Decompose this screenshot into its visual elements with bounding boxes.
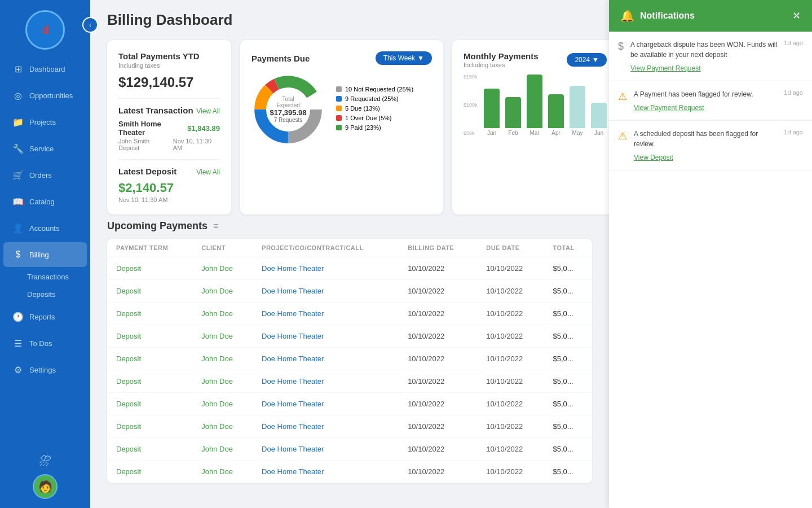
table-row: Deposit John Doe Doe Home Theater 10/10/… [107, 303, 592, 325]
notification-link[interactable]: View Payment Request [634, 104, 704, 112]
payment-term-cell[interactable]: Deposit [116, 264, 141, 273]
donut-chart-container: Total Expected $17,395.98 7 Requests 10 … [251, 73, 432, 146]
payment-term-cell[interactable]: Deposit [116, 467, 141, 476]
filter-icon[interactable]: ≡ [213, 221, 218, 231]
client-cell[interactable]: John Doe [201, 264, 233, 273]
sidebar-item-label: To Dos [29, 339, 52, 348]
payment-term-cell[interactable]: Deposit [116, 400, 141, 408]
col-total: TOTAL [544, 239, 592, 257]
table-row: Deposit John Doe Doe Home Theater 10/10/… [107, 280, 592, 303]
sidebar-item-label: Accounts [29, 224, 59, 233]
due-date-cell: 10/10/2022 [477, 415, 544, 438]
avatar[interactable]: 🧑 [33, 474, 58, 499]
sidebar-bottom: ⛈ 🧑 [24, 445, 67, 508]
client-cell[interactable]: John Doe [201, 354, 233, 363]
table-row: Deposit John Doe Doe Home Theater 10/10/… [107, 415, 592, 438]
project-cell[interactable]: Doe Home Theater [262, 354, 324, 363]
y-label-150k: $150k [464, 74, 478, 80]
notifications-close-button[interactable]: ✕ [792, 10, 801, 22]
sidebar-item-settings[interactable]: ⚙ Settings [3, 357, 87, 383]
total-payments-title: Total Payments YTD [118, 51, 220, 61]
project-cell[interactable]: Doe Home Theater [262, 422, 324, 431]
sidebar-item-label: Billing [29, 251, 49, 259]
sidebar-item-reports[interactable]: 🕐 Reports [3, 304, 87, 330]
notifications-title: Notifications [640, 11, 695, 21]
payment-term-cell[interactable]: Deposit [116, 309, 141, 318]
main-header: Billing Dashboard [90, 0, 609, 34]
sidebar-item-catalog[interactable]: 📖 Catalog [3, 189, 87, 214]
sidebar-item-billing[interactable]: $ Billing [3, 242, 87, 267]
dollar-icon: $ [618, 41, 624, 73]
sidebar-collapse-button[interactable]: ‹ [82, 17, 98, 33]
subnav-transactions[interactable]: Transactions [20, 268, 90, 286]
project-cell[interactable]: Doe Home Theater [262, 377, 324, 386]
total-payments-subtitle: Including taxes [118, 62, 220, 69]
y-label-50k: $50k [464, 130, 478, 136]
billing-icon: $ [12, 249, 24, 260]
sidebar-item-opportunities[interactable]: ◎ Opportunities [3, 83, 87, 108]
donut-total-label: Total Expected [270, 96, 306, 108]
payment-term-cell[interactable]: Deposit [116, 422, 141, 431]
bell-icon: 🔔 [620, 9, 634, 23]
payment-term-cell[interactable]: Deposit [116, 354, 141, 363]
project-cell[interactable]: Doe Home Theater [262, 287, 324, 295]
client-cell[interactable]: John Doe [201, 377, 233, 386]
project-cell[interactable]: Doe Home Theater [262, 445, 324, 453]
main-content: Billing Dashboard Total Payments YTD Inc… [90, 0, 609, 508]
client-cell[interactable]: John Doe [201, 422, 233, 431]
col-due-date: DUE DATE [477, 239, 544, 257]
due-date-cell: 10/10/2022 [477, 438, 544, 461]
notification-content: A Payment has been flagged for review. V… [634, 89, 777, 112]
deposit-view-all[interactable]: View All [196, 168, 220, 176]
sidebar-item-orders[interactable]: 🛒 Orders [3, 163, 87, 188]
bar-mar: Mar [527, 75, 542, 136]
payment-term-cell[interactable]: Deposit [116, 377, 141, 386]
sidebar-logo[interactable]: d [25, 10, 65, 50]
project-cell[interactable]: Doe Home Theater [262, 309, 324, 318]
client-cell[interactable]: John Doe [201, 445, 233, 453]
sidebar-item-label: Opportunities [29, 91, 73, 100]
total-cell: $5,0... [544, 393, 592, 415]
sidebar-item-projects[interactable]: 📁 Projects [3, 110, 87, 135]
sidebar-nav: ⊞ Dashboard ◎ Opportunities 📁 Projects 🔧… [0, 55, 90, 445]
notification-content: A chargeback dispute has been WON. Funds… [630, 40, 777, 73]
project-cell[interactable]: Doe Home Theater [262, 467, 324, 476]
col-client: CLIENT [192, 239, 253, 257]
client-cell[interactable]: John Doe [201, 332, 233, 340]
total-cell: $5,0... [544, 461, 592, 483]
due-date-cell: 10/10/2022 [477, 303, 544, 325]
sidebar-item-todos[interactable]: ☰ To Dos [3, 331, 87, 356]
total-cell: $5,0... [544, 257, 592, 280]
sidebar-item-accounts[interactable]: 👤 Accounts [3, 216, 87, 241]
table-row: Deposit John Doe Doe Home Theater 10/10/… [107, 370, 592, 393]
client-cell[interactable]: John Doe [201, 467, 233, 476]
notification-link[interactable]: View Deposit [634, 154, 673, 161]
payment-term-cell[interactable]: Deposit [116, 332, 141, 340]
sidebar: d ‹ ⊞ Dashboard ◎ Opportunities 📁 Projec… [0, 0, 90, 508]
sidebar-item-service[interactable]: 🔧 Service [3, 136, 87, 161]
upcoming-payments-table: PAYMENT TERM CLIENT PROJECT/CO/CONTRACT/… [107, 239, 592, 483]
billing-date-cell: 10/10/2022 [399, 280, 477, 303]
client-cell[interactable]: John Doe [201, 309, 233, 318]
table-row: Deposit John Doe Doe Home Theater 10/10/… [107, 438, 592, 461]
project-cell[interactable]: Doe Home Theater [262, 332, 324, 340]
notification-link[interactable]: View Payment Request [630, 64, 701, 72]
bar-chart: Jan Feb Mar Apr [484, 74, 607, 136]
transaction-view-all[interactable]: View All [196, 107, 220, 115]
bar-jun: Jun [591, 103, 607, 136]
payment-term-cell[interactable]: Deposit [116, 287, 141, 295]
sidebar-item-dashboard[interactable]: ⊞ Dashboard [3, 56, 87, 82]
total-cell: $5,0... [544, 303, 592, 325]
payment-term-cell[interactable]: Deposit [116, 445, 141, 453]
subnav-deposits[interactable]: Deposits [20, 286, 90, 303]
week-filter-button[interactable]: This Week ▼ [376, 51, 432, 65]
donut-chart: Total Expected $17,395.98 7 Requests [251, 73, 325, 146]
table-title: Upcoming Payments [107, 220, 208, 232]
project-cell[interactable]: Doe Home Theater [262, 400, 324, 408]
client-cell[interactable]: John Doe [201, 287, 233, 295]
monthly-payments-card: Monthly Payments Including taxes 2024 ▼ … [452, 40, 609, 214]
client-cell[interactable]: John Doe [201, 400, 233, 408]
year-filter-button[interactable]: 2024 ▼ [567, 53, 607, 67]
project-cell[interactable]: Doe Home Theater [262, 264, 324, 273]
total-cell: $5,0... [544, 348, 592, 370]
